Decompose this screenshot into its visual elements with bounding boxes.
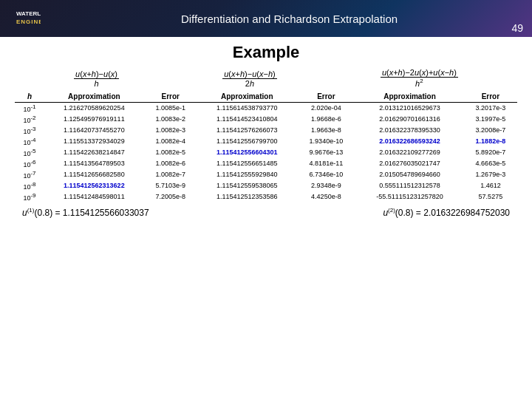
page-number: 49 <box>511 22 523 34</box>
svg-text:WATERLOO: WATERLOO <box>16 10 41 17</box>
approx1-cell: 1.115412562313622 <box>44 180 144 191</box>
err3-cell: 3.1997e-5 <box>464 114 517 125</box>
frac-den-1: h <box>92 79 100 88</box>
approx3-cell: 2.016290701661316 <box>355 114 464 125</box>
approx2-cell: 1.115412555929840 <box>197 169 297 180</box>
formulas-row: u(x+h)−u(x) h u(x+h)−u(x−h) 2h u(x+h)−2u… <box>15 68 517 88</box>
main-content: Example u(x+h)−u(x) h u(x+h)−u(x−h) 2h u… <box>0 37 532 224</box>
h-cell: 10-5 <box>15 147 44 158</box>
err3-cell: 3.2008e-7 <box>464 125 517 136</box>
err1-cell: 5.7103e-9 <box>144 180 197 191</box>
table-row: 10-21.1254959769191111.0083e-21.11541452… <box>15 114 517 125</box>
approx3-cell: 2.016322109277269 <box>355 147 464 158</box>
err2-cell: 4.4250e-8 <box>297 191 356 202</box>
approx1-cell: 1.216270589620254 <box>44 102 144 114</box>
approx1-cell: 1.115413564789503 <box>44 158 144 169</box>
frac-num-2: u(x+h)−u(x−h) <box>222 69 276 79</box>
fraction-3: u(x+h)−2u(x)+u(x−h) h2 <box>381 68 458 88</box>
h-cell: 10-8 <box>15 180 44 191</box>
err3-cell: 57.5275 <box>464 191 517 202</box>
approx3-cell: 2.013121016529673 <box>355 102 464 114</box>
formula-1: u(x+h)−u(x) h <box>74 69 119 88</box>
approx3-cell: 2.015054789694660 <box>355 169 464 180</box>
approx3-cell: 2.016322378395330 <box>355 125 464 136</box>
err2-cell: 1.9668e-6 <box>297 114 356 125</box>
table-row: 10-41.1155133729340291.0082e-41.11541255… <box>15 136 517 147</box>
approx2-cell: 1.115412512353586 <box>197 191 297 202</box>
err1-cell: 1.0082e-6 <box>144 158 197 169</box>
fraction-2: u(x+h)−u(x−h) 2h <box>222 69 276 88</box>
err3-cell: 5.8920e-7 <box>464 147 517 158</box>
col-err2: Error <box>297 91 356 103</box>
col-approx3: Approximation <box>355 91 464 103</box>
approx3-cell: -55.511151231257820 <box>355 191 464 202</box>
formula-2: u(x+h)−u(x−h) 2h <box>222 69 276 88</box>
table-row: 10-11.2162705896202541.0085e-11.11561453… <box>15 102 517 114</box>
header: WATERLOO ENGINEERING Differentiation and… <box>0 0 532 37</box>
err2-cell: 6.7346e-10 <box>297 169 356 180</box>
header-title: Differentiation and Richardson Extrapola… <box>61 13 517 25</box>
formula-3: u(x+h)−2u(x)+u(x−h) h2 <box>381 68 458 88</box>
table-row: 10-61.1154135647895031.0082e-61.11541255… <box>15 158 517 169</box>
logo: WATERLOO ENGINEERING <box>15 6 47 32</box>
page-title: Example <box>15 43 517 62</box>
table-row: 10-51.1154226382148471.0082e-51.11541255… <box>15 147 517 158</box>
bottom-formula-1: u(1)(0.8) = 1.1154125566033037 <box>22 207 149 218</box>
err2-cell: 2.020e-04 <box>297 102 356 114</box>
col-err1: Error <box>144 91 197 103</box>
err1-cell: 1.0085e-1 <box>144 102 197 114</box>
frac-num-3: u(x+h)−2u(x)+u(x−h) <box>381 68 458 78</box>
col-approx1: Approximation <box>44 91 144 103</box>
approx2-cell: 1.115414523410804 <box>197 114 297 125</box>
approx3-cell: 2.016322686593242 <box>355 136 464 147</box>
err3-cell: 1.4612 <box>464 180 517 191</box>
fraction-1: u(x+h)−u(x) h <box>74 69 119 88</box>
approx3-cell: 0.555111512312578 <box>355 180 464 191</box>
table-row: 10-31.1164207374552701.0082e-31.11541257… <box>15 125 517 136</box>
approx1-cell: 1.125495976919111 <box>44 114 144 125</box>
h-cell: 10-4 <box>15 136 44 147</box>
col-approx2: Approximation <box>197 91 297 103</box>
err3-cell: 3.2017e-3 <box>464 102 517 114</box>
err1-cell: 1.0082e-7 <box>144 169 197 180</box>
approx1-cell: 1.115513372934029 <box>44 136 144 147</box>
err1-cell: 1.0082e-4 <box>144 136 197 147</box>
h-cell: 10-3 <box>15 125 44 136</box>
data-table: h Approximation Error Approximation Erro… <box>15 91 517 202</box>
err3-cell: 4.6663e-5 <box>464 158 517 169</box>
col-err3: Error <box>464 91 517 103</box>
frac-den-2: 2h <box>244 79 256 88</box>
table-row: 10-81.1154125623136225.7103e-91.11541255… <box>15 180 517 191</box>
h-cell: 10-1 <box>15 102 44 114</box>
bottom-formula-2: u(2)(0.8) = 2.0163226984752030 <box>383 207 510 218</box>
err3-cell: 1.1882e-8 <box>464 136 517 147</box>
err2-cell: 1.9340e-10 <box>297 136 356 147</box>
err1-cell: 7.2005e-8 <box>144 191 197 202</box>
frac-den-3: h2 <box>414 78 425 88</box>
approx2-cell: 1.115412576266073 <box>197 125 297 136</box>
frac-num-1: u(x+h)−u(x) <box>74 69 119 79</box>
approx2-cell: 1.115412559538065 <box>197 180 297 191</box>
err2-cell: 2.9348e-9 <box>297 180 356 191</box>
approx2-cell: 1.115412556604301 <box>197 147 297 158</box>
svg-text:ENGINEERING: ENGINEERING <box>16 18 41 25</box>
err2-cell: 1.9663e-8 <box>297 125 356 136</box>
approx2-cell: 1.115412556799700 <box>197 136 297 147</box>
col-h: h <box>15 91 44 103</box>
approx1-cell: 1.116420737455270 <box>44 125 144 136</box>
approx2-cell: 1.115614538793770 <box>197 102 297 114</box>
h-cell: 10-6 <box>15 158 44 169</box>
approx3-cell: 2.016276035021747 <box>355 158 464 169</box>
approx1-cell: 1.115422638214847 <box>44 147 144 158</box>
table-header-row: h Approximation Error Approximation Erro… <box>15 91 517 103</box>
h-cell: 10-7 <box>15 169 44 180</box>
logo-icon: WATERLOO ENGINEERING <box>15 6 41 32</box>
table-row: 10-71.1154126566825801.0082e-71.11541255… <box>15 169 517 180</box>
approx1-cell: 1.115412656682580 <box>44 169 144 180</box>
h-cell: 10-2 <box>15 114 44 125</box>
approx1-cell: 1.115412484598011 <box>44 191 144 202</box>
err3-cell: 1.2679e-3 <box>464 169 517 180</box>
bottom-formulas: u(1)(0.8) = 1.1154125566033037 u(2)(0.8)… <box>15 207 517 218</box>
table-row: 10-91.1154124845980117.2005e-81.11541251… <box>15 191 517 202</box>
err2-cell: 4.8181e-11 <box>297 158 356 169</box>
